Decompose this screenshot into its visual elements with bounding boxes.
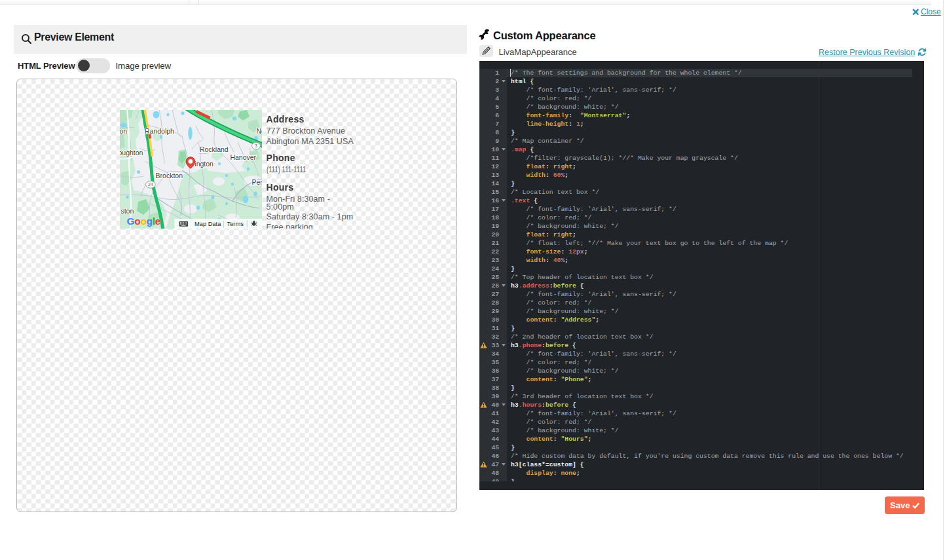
svg-text:Google: Google xyxy=(127,215,161,227)
svg-text:Terms: Terms xyxy=(227,221,244,227)
svg-text:Rockland: Rockland xyxy=(200,145,229,153)
svg-text:oughton: oughton xyxy=(120,149,143,157)
svg-text:Randolph: Randolph xyxy=(145,127,174,135)
svg-text:No: No xyxy=(257,127,263,135)
svg-text:ington: ington xyxy=(195,160,213,168)
svg-text:Map Data: Map Data xyxy=(195,221,221,227)
svg-text:Hanover: Hanover xyxy=(230,153,256,161)
svg-text:ston: ston xyxy=(120,207,134,215)
svg-text:Brockton: Brockton xyxy=(156,172,183,179)
svg-text:24: 24 xyxy=(148,182,153,187)
svg-text:Pemb: Pemb xyxy=(252,178,263,186)
svg-text:3: 3 xyxy=(255,143,257,148)
svg-text:on: on xyxy=(120,127,127,135)
